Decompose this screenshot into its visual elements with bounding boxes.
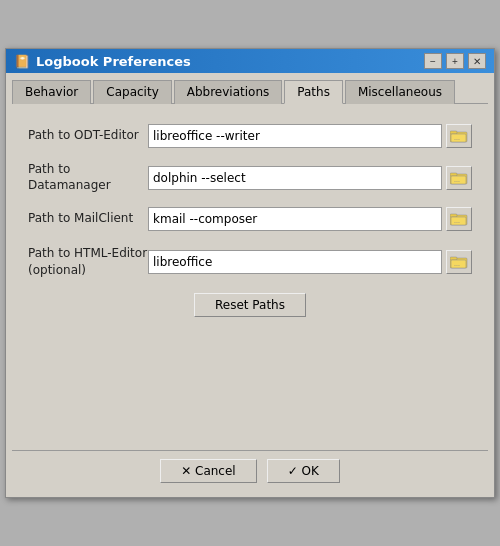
odt-editor-input[interactable] bbox=[148, 124, 442, 148]
reset-area: Reset Paths bbox=[28, 293, 472, 317]
window-icon: 📔 bbox=[14, 54, 30, 69]
folder-icon: ... bbox=[450, 212, 468, 226]
datamanager-row: Path to Datamanager ... bbox=[28, 162, 472, 193]
svg-text:...: ... bbox=[454, 134, 460, 141]
datamanager-label: Path to Datamanager bbox=[28, 162, 148, 193]
odt-editor-input-group: ... bbox=[148, 124, 472, 148]
folder-icon: ... bbox=[450, 255, 468, 269]
svg-text:...: ... bbox=[454, 217, 460, 224]
html-editor-label: Path to HTML-Editor(optional) bbox=[28, 245, 148, 279]
close-button[interactable]: ✕ bbox=[468, 53, 486, 69]
main-window: 📔 Logbook Preferences − + ✕ Behavior Cap… bbox=[5, 48, 495, 498]
minimize-button[interactable]: − bbox=[424, 53, 442, 69]
titlebar: 📔 Logbook Preferences − + ✕ bbox=[6, 49, 494, 73]
tab-capacity[interactable]: Capacity bbox=[93, 80, 171, 104]
tab-bar: Behavior Capacity Abbreviations Paths Mi… bbox=[12, 79, 488, 104]
titlebar-buttons: − + ✕ bbox=[424, 53, 486, 69]
reset-paths-button[interactable]: Reset Paths bbox=[194, 293, 306, 317]
tab-content-paths: Path to ODT-Editor ... bbox=[12, 114, 488, 444]
cancel-button[interactable]: ✕ Cancel bbox=[160, 459, 257, 483]
odt-editor-row: Path to ODT-Editor ... bbox=[28, 124, 472, 148]
maximize-button[interactable]: + bbox=[446, 53, 464, 69]
svg-text:...: ... bbox=[454, 260, 460, 267]
window-title: Logbook Preferences bbox=[36, 54, 191, 69]
content-area: Behavior Capacity Abbreviations Paths Mi… bbox=[6, 73, 494, 497]
folder-icon: ... bbox=[450, 171, 468, 185]
mailclient-row: Path to MailClient ... bbox=[28, 207, 472, 231]
svg-text:...: ... bbox=[454, 176, 460, 183]
html-editor-browse-button[interactable]: ... bbox=[446, 250, 472, 274]
datamanager-input[interactable] bbox=[148, 166, 442, 190]
html-editor-row: Path to HTML-Editor(optional) ... bbox=[28, 245, 472, 279]
tab-behavior[interactable]: Behavior bbox=[12, 80, 91, 104]
dialog-footer: ✕ Cancel ✓ OK bbox=[12, 450, 488, 491]
titlebar-left: 📔 Logbook Preferences bbox=[14, 54, 191, 69]
folder-icon: ... bbox=[450, 129, 468, 143]
mailclient-browse-button[interactable]: ... bbox=[446, 207, 472, 231]
datamanager-browse-button[interactable]: ... bbox=[446, 166, 472, 190]
html-editor-input[interactable] bbox=[148, 250, 442, 274]
datamanager-input-group: ... bbox=[148, 166, 472, 190]
paths-form: Path to ODT-Editor ... bbox=[12, 114, 488, 327]
mailclient-label: Path to MailClient bbox=[28, 211, 148, 227]
ok-button[interactable]: ✓ OK bbox=[267, 459, 340, 483]
html-editor-label-optional: (optional) bbox=[28, 263, 86, 277]
odt-editor-browse-button[interactable]: ... bbox=[446, 124, 472, 148]
html-editor-input-group: ... bbox=[148, 250, 472, 274]
tab-miscellaneous[interactable]: Miscellaneous bbox=[345, 80, 455, 104]
mailclient-input[interactable] bbox=[148, 207, 442, 231]
tab-paths[interactable]: Paths bbox=[284, 80, 343, 104]
mailclient-input-group: ... bbox=[148, 207, 472, 231]
odt-editor-label: Path to ODT-Editor bbox=[28, 128, 148, 144]
tab-abbreviations[interactable]: Abbreviations bbox=[174, 80, 283, 104]
